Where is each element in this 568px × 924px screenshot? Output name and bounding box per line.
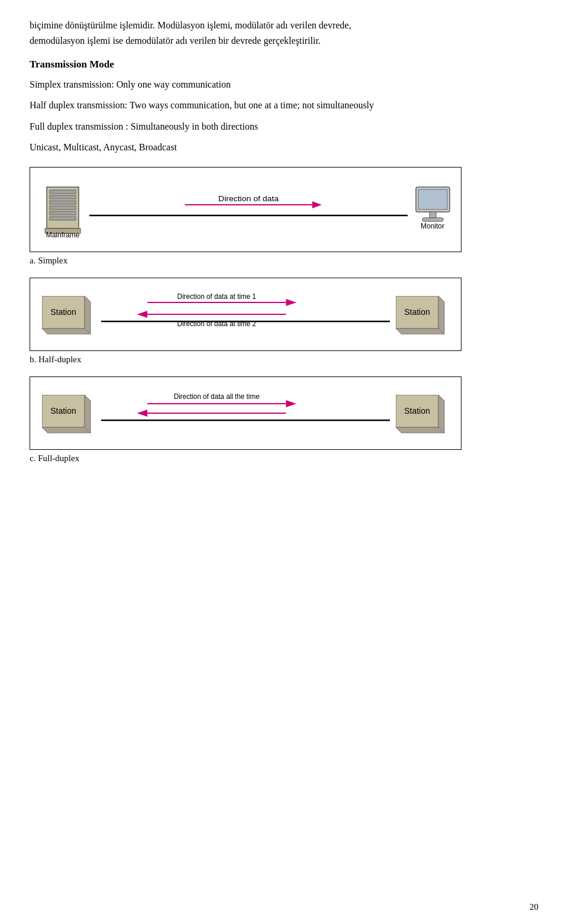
full-duplex-diagram: Station Direction of data all the time: [42, 388, 449, 441]
station-right-half: Station: [396, 296, 449, 334]
full-duplex-diagram-box: Station Direction of data all the time: [30, 376, 462, 450]
svg-marker-34: [85, 395, 91, 433]
full-duplex-text: Full duplex transmission : Simultaneousl…: [30, 118, 538, 134]
svg-marker-24: [286, 299, 296, 306]
page-number: 20: [530, 902, 538, 912]
svg-rect-14: [418, 189, 447, 210]
station-right-full: Station: [396, 395, 449, 433]
svg-marker-39: [286, 400, 296, 407]
svg-rect-5: [50, 211, 76, 215]
simplex-text: Simplex transmission: Only one way commu…: [30, 76, 538, 92]
full-duplex-arrows: Direction of data all the time: [101, 391, 390, 438]
svg-text:Station: Station: [404, 307, 430, 317]
simplex-arrow-area: Direction of data: [89, 193, 408, 228]
svg-rect-6: [50, 217, 76, 220]
full-duplex-caption: c. Full-duplex: [30, 453, 538, 463]
section-title: Transmission Mode: [30, 59, 538, 70]
svg-marker-20: [42, 329, 91, 334]
svg-text:Direction of data: Direction of data: [218, 194, 279, 202]
svg-rect-3: [50, 201, 76, 204]
svg-rect-4: [50, 206, 76, 210]
monitor-figure: Monitor: [414, 184, 449, 237]
svg-text:Station: Station: [50, 406, 76, 416]
station-left-half: Station: [42, 296, 95, 334]
unicast-text: Unicast, Multicast, Anycast, Broadcast: [30, 139, 538, 155]
mainframe-icon: Mainframe: [42, 184, 83, 237]
half-duplex-diagram-box: Station Direction of data at time 1 Dire…: [30, 278, 462, 351]
svg-rect-16: [422, 218, 443, 221]
svg-text:Direction of data at time 1: Direction of data at time 1: [178, 292, 257, 301]
svg-marker-41: [137, 410, 148, 417]
svg-text:Station: Station: [50, 307, 76, 317]
svg-text:Station: Station: [404, 406, 430, 416]
station-right-icon: Station: [396, 296, 449, 334]
svg-text:Direction of data at time 2: Direction of data at time 2: [178, 320, 256, 328]
svg-text:Mainframe: Mainframe: [46, 231, 80, 237]
station-left-full: Station: [42, 395, 95, 433]
svg-marker-30: [438, 296, 444, 334]
station-left-icon: Station: [42, 296, 95, 334]
monitor-icon: Monitor: [414, 184, 452, 237]
station-left-full-icon: Station: [42, 395, 95, 433]
intro-paragraph: biçimine dönüştürülme işlemidir. Modülas…: [30, 18, 538, 48]
svg-text:Monitor: Monitor: [421, 222, 444, 230]
mainframe-figure: Mainframe: [42, 184, 83, 237]
svg-marker-19: [85, 296, 91, 334]
full-duplex-arrow-svg: Direction of data all the time: [101, 391, 390, 438]
svg-rect-1: [50, 190, 76, 194]
half-duplex-text: Half duplex transmission: Two ways commu…: [30, 97, 538, 113]
simplex-diagram: Mainframe Direction of data: [42, 178, 449, 243]
svg-rect-2: [50, 195, 76, 199]
simplex-arrow-svg: Direction of data: [89, 193, 408, 228]
svg-marker-27: [137, 311, 148, 318]
svg-marker-11: [312, 201, 322, 208]
svg-marker-35: [42, 427, 91, 433]
half-duplex-arrows: Direction of data at time 1 Direction of…: [101, 292, 390, 339]
svg-rect-15: [430, 212, 436, 218]
station-right-full-icon: Station: [396, 395, 449, 433]
svg-marker-31: [396, 329, 444, 334]
half-duplex-arrow-svg: Direction of data at time 1 Direction of…: [101, 292, 390, 339]
simplex-caption: a. Simplex: [30, 256, 538, 266]
svg-marker-44: [438, 395, 444, 433]
simplex-diagram-box: Mainframe Direction of data: [30, 167, 462, 252]
half-duplex-diagram: Station Direction of data at time 1 Dire…: [42, 289, 449, 342]
svg-text:Direction of data all the time: Direction of data all the time: [174, 392, 260, 401]
half-duplex-caption: b. Half-duplex: [30, 355, 538, 365]
svg-marker-45: [396, 427, 444, 433]
